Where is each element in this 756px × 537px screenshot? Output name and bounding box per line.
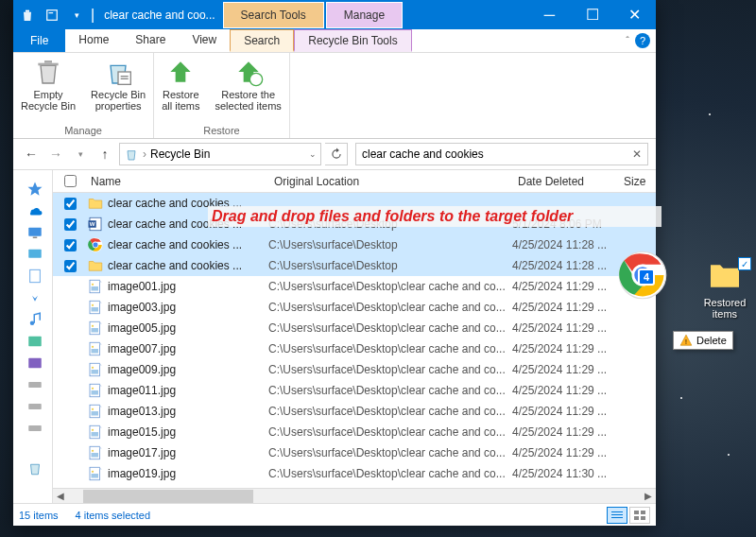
restore-all-items-button[interactable]: Restore all items	[154, 53, 207, 123]
tree-onedrive[interactable]	[26, 202, 45, 221]
tree-recycle-bin[interactable]	[26, 459, 45, 478]
properties-qat-icon[interactable]	[42, 5, 62, 26]
scroll-thumb[interactable]	[83, 490, 253, 503]
svg-rect-36	[92, 349, 99, 354]
svg-rect-18	[28, 382, 42, 388]
address-bar[interactable]: › Recycle Bin ⌄	[119, 143, 321, 165]
svg-point-34	[92, 325, 94, 327]
context-tab-manage[interactable]: Manage	[326, 2, 403, 28]
svg-rect-61	[634, 516, 639, 520]
table-row[interactable]: image003.jpgC:\Users\surface\Desktop\cle…	[53, 297, 656, 318]
clear-search-icon[interactable]: ✕	[632, 147, 642, 161]
row-checkbox[interactable]	[53, 239, 87, 251]
table-row[interactable]: image019.jpgC:\Users\surface\Desktop\cle…	[53, 463, 656, 484]
restore-selected-items-button[interactable]: Restore the selected items	[208, 53, 289, 123]
search-box[interactable]: ✕	[355, 143, 648, 165]
tree-documents[interactable]	[26, 268, 45, 286]
help-icon[interactable]: ?	[635, 33, 650, 48]
file-rows-container[interactable]: clear cache and cookies ...Wclear cache …	[53, 193, 656, 488]
table-row[interactable]: image009.jpgC:\Users\surface\Desktop\cle…	[53, 359, 656, 380]
navigation-pane[interactable]	[13, 170, 53, 503]
file-date-deleted: 4/25/2024 11:29 ...	[512, 425, 624, 439]
recent-locations-dropdown[interactable]: ▾	[70, 144, 91, 165]
column-size[interactable]: Size	[618, 175, 656, 188]
tab-home[interactable]: Home	[65, 29, 122, 52]
svg-rect-14	[30, 269, 41, 283]
tree-desktop[interactable]	[26, 246, 45, 265]
recycle-bin-properties-button[interactable]: Recycle Bin properties	[83, 53, 153, 123]
file-type-icon	[87, 299, 104, 316]
thumbnails-view-button[interactable]	[629, 507, 650, 524]
tree-this-pc[interactable]	[26, 224, 45, 243]
titlebar[interactable]: ▾ | clear cache and coo... Search Tools …	[13, 0, 656, 29]
tree-item[interactable]	[26, 355, 45, 373]
table-row[interactable]: image015.jpgC:\Users\surface\Desktop\cle…	[53, 422, 656, 442]
tree-item[interactable]	[26, 420, 45, 439]
tab-file[interactable]: File	[13, 29, 65, 52]
maximize-button[interactable]: ☐	[571, 1, 613, 29]
row-checkbox[interactable]	[53, 260, 87, 272]
svg-rect-56	[611, 511, 623, 512]
file-date-deleted: 4/25/2024 11:29 ...	[512, 405, 624, 418]
row-checkbox[interactable]	[53, 198, 87, 210]
tab-share[interactable]: Share	[122, 29, 179, 52]
forward-button[interactable]: →	[45, 144, 66, 165]
svg-rect-13	[28, 250, 42, 258]
close-button[interactable]: ✕	[613, 1, 656, 29]
warning-icon: !	[679, 334, 693, 347]
file-name: image015.jpg	[108, 425, 268, 439]
svg-rect-57	[611, 514, 623, 515]
svg-rect-62	[641, 516, 645, 520]
svg-rect-12	[33, 237, 38, 239]
recycle-bin-empty-icon	[33, 57, 63, 87]
up-button[interactable]: ↑	[94, 144, 115, 165]
file-original-location: C:\Users\surface\Desktop\clear cache and…	[268, 446, 512, 459]
svg-point-10	[249, 73, 262, 85]
table-row[interactable]: image013.jpgC:\Users\surface\Desktop\cle…	[53, 401, 656, 422]
row-checkbox[interactable]	[53, 218, 87, 231]
tree-disk[interactable]	[26, 376, 45, 395]
column-name[interactable]: Name	[87, 175, 268, 188]
file-date-deleted: 4/25/2024 11:28 ...	[512, 238, 624, 251]
svg-rect-16	[28, 337, 42, 347]
tree-downloads[interactable]	[26, 289, 45, 308]
svg-rect-51	[92, 453, 99, 458]
column-original-location[interactable]: Original Location	[268, 175, 512, 188]
column-date-deleted[interactable]: Date Deleted	[512, 175, 618, 188]
svg-point-46	[92, 408, 94, 410]
horizontal-scrollbar[interactable]: ◀ ▶	[53, 488, 656, 503]
table-row[interactable]: clear cache and cookies ...C:\Users\surf…	[53, 255, 656, 276]
table-row[interactable]: image005.jpgC:\Users\surface\Desktop\cle…	[53, 318, 656, 338]
search-input[interactable]	[362, 147, 632, 161]
details-view-button[interactable]	[607, 507, 627, 524]
back-button[interactable]: ←	[21, 144, 42, 165]
file-original-location: C:\Users\surface\Desktop	[268, 238, 512, 251]
minimize-button[interactable]: ─	[528, 1, 571, 29]
refresh-button[interactable]	[325, 143, 348, 165]
tree-item[interactable]	[26, 398, 45, 417]
file-date-deleted: 4/25/2024 11:29 ...	[512, 363, 624, 376]
recycle-bin-icon[interactable]	[17, 5, 38, 26]
table-row[interactable]: image017.jpgC:\Users\surface\Desktop\cle…	[53, 442, 656, 463]
delete-tooltip: ! Delete	[673, 331, 733, 350]
table-row[interactable]: image011.jpgC:\Users\surface\Desktop\cle…	[53, 380, 656, 401]
context-tab-search-tools[interactable]: Search Tools	[223, 2, 324, 28]
table-row[interactable]: image007.jpgC:\Users\surface\Desktop\cle…	[53, 338, 656, 359]
tab-search[interactable]: Search	[230, 29, 294, 52]
qat-dropdown-icon[interactable]: ▾	[66, 5, 87, 26]
tree-pictures[interactable]	[26, 333, 45, 352]
table-row[interactable]: image001.jpgC:\Users\surface\Desktop\cle…	[53, 276, 656, 297]
desktop-icon-restored-items[interactable]: ✓ Restored items	[699, 257, 750, 320]
file-type-icon	[87, 465, 104, 482]
tab-recycle-bin-tools[interactable]: Recycle Bin Tools	[294, 29, 412, 52]
svg-point-37	[92, 346, 94, 348]
empty-recycle-bin-button[interactable]: Empty Recycle Bin	[13, 53, 83, 123]
collapse-ribbon-icon[interactable]: ˆ	[626, 35, 629, 46]
tree-music[interactable]	[26, 311, 45, 330]
tab-view[interactable]: View	[179, 29, 230, 52]
file-original-location: C:\Users\surface\Desktop	[268, 259, 512, 272]
column-checkbox[interactable]	[53, 175, 87, 187]
address-dropdown-icon[interactable]: ⌄	[309, 149, 317, 159]
table-row[interactable]: clear cache and cookies ...C:\Users\surf…	[53, 234, 656, 255]
tree-quick-access[interactable]	[26, 181, 45, 199]
